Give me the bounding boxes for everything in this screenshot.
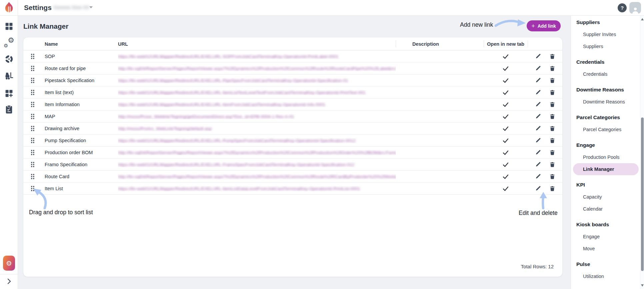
tasks-clipboard-icon[interactable] bbox=[4, 104, 14, 114]
drag-handle-icon[interactable] bbox=[23, 89, 42, 95]
edit-icon[interactable] bbox=[535, 77, 541, 83]
link-name: Route card for pipe bbox=[42, 66, 118, 71]
page-title: Settings bbox=[24, 4, 52, 12]
settings-nav-section: Suppliers Supplier Invites Suppliers bbox=[576, 18, 637, 52]
table-row: Pipestack Specification https://fin-web0… bbox=[23, 74, 562, 86]
drag-handle-icon[interactable] bbox=[23, 77, 42, 83]
delete-icon[interactable] bbox=[549, 65, 555, 71]
checkmark-icon bbox=[503, 126, 509, 131]
delete-icon[interactable] bbox=[549, 162, 555, 168]
propeller-icon[interactable] bbox=[4, 54, 14, 64]
table-row: SOP https://fin-web01/URLMapper/Redirect… bbox=[23, 50, 562, 62]
person-icon bbox=[632, 7, 639, 14]
scrollbar-up-arrow-icon[interactable] bbox=[641, 18, 644, 20]
checkmark-icon bbox=[503, 78, 509, 83]
edit-icon[interactable] bbox=[535, 174, 541, 180]
drag-handle-icon[interactable] bbox=[23, 101, 42, 107]
edit-icon[interactable] bbox=[535, 186, 541, 192]
link-name: Route Card bbox=[42, 174, 118, 179]
open-in-new-tab-check bbox=[484, 162, 528, 167]
drag-handle-icon[interactable] bbox=[23, 113, 42, 119]
link-url-blurred: https://fin-web01/URLMapper/RedirectURL/… bbox=[118, 138, 396, 143]
link-name: Item List bbox=[42, 186, 118, 191]
settings-nav-item-suppliers[interactable]: Suppliers bbox=[573, 40, 639, 52]
table-row: Item List https://fin-web01/URLMapper/Re… bbox=[23, 183, 562, 195]
drag-handle-icon[interactable] bbox=[23, 125, 42, 131]
settings-nav-section: Kiosk boards Engage Move bbox=[576, 221, 637, 255]
delete-icon[interactable] bbox=[549, 150, 555, 156]
boards-add-icon[interactable] bbox=[4, 88, 14, 98]
organization-name-blurred[interactable]: Xxxxxxx Xxxx XX bbox=[53, 5, 89, 10]
link-url-blurred: https://fin-web01/URLMapper/RedirectURL/… bbox=[118, 78, 396, 83]
delete-icon[interactable] bbox=[549, 125, 555, 131]
forklift-icon[interactable] bbox=[4, 71, 14, 81]
checkmark-icon bbox=[503, 102, 509, 107]
settings-nav-item-credentials[interactable]: Credentials bbox=[573, 68, 639, 80]
delete-icon[interactable] bbox=[549, 77, 555, 83]
edit-icon[interactable] bbox=[535, 125, 541, 131]
top-bar: Settings Xxxxxxx Xxxx XX ? bbox=[0, 0, 644, 16]
edit-icon[interactable] bbox=[535, 101, 541, 107]
settings-nav-section: KPI Capacity Calendar bbox=[576, 181, 637, 215]
delete-icon[interactable] bbox=[549, 89, 555, 95]
drag-handle-icon[interactable] bbox=[23, 53, 42, 59]
delete-icon[interactable] bbox=[549, 101, 555, 107]
link-url-blurred: http://moss/Prosn_Weblink/Tegning/getDoc… bbox=[118, 114, 396, 119]
link-url-blurred: http://fin-sql04/ReportServer/Pages/Repo… bbox=[118, 66, 396, 71]
open-in-new-tab-check bbox=[484, 174, 528, 179]
settings-nav-section-title: KPI bbox=[576, 181, 637, 189]
link-name: Pipestack Specification bbox=[42, 78, 118, 83]
scrollbar-thumb[interactable] bbox=[641, 117, 644, 271]
total-rows-label: Total Rows: 12 bbox=[521, 264, 554, 269]
settings-nav-item-engage[interactable]: Engage bbox=[573, 231, 639, 243]
dashboard-grid-icon[interactable] bbox=[4, 21, 14, 31]
machines-gears-icon[interactable]: ⚙ ⚙ bbox=[4, 38, 14, 48]
open-in-new-tab-check bbox=[484, 90, 528, 95]
open-in-new-tab-check bbox=[484, 126, 528, 131]
drag-handle-icon[interactable] bbox=[23, 137, 42, 143]
help-icon[interactable]: ? bbox=[618, 3, 627, 12]
expand-chevron-icon[interactable] bbox=[5, 277, 13, 285]
delete-icon[interactable] bbox=[549, 53, 555, 59]
delete-icon[interactable] bbox=[549, 113, 555, 119]
settings-nav-item-calendar[interactable]: Calendar bbox=[573, 203, 639, 215]
scrollbar-down-arrow-icon[interactable] bbox=[641, 284, 644, 287]
edit-icon[interactable] bbox=[535, 53, 541, 59]
drag-handle-icon[interactable] bbox=[23, 150, 42, 156]
edit-icon[interactable] bbox=[535, 137, 541, 143]
settings-nav-item-supplier-invites[interactable]: Supplier Invites bbox=[573, 28, 639, 40]
drag-handle-icon[interactable] bbox=[23, 162, 42, 168]
settings-nav-item-parcel-categories[interactable]: Parcel Categories bbox=[573, 123, 639, 135]
edit-icon[interactable] bbox=[535, 162, 541, 168]
drag-handle-icon[interactable] bbox=[23, 65, 42, 71]
edit-icon[interactable] bbox=[535, 65, 541, 71]
edit-icon[interactable] bbox=[535, 113, 541, 119]
vertical-scrollbar bbox=[640, 16, 644, 289]
link-url-blurred: http://moss/ProArc_WebLink/Tegning/defau… bbox=[118, 126, 396, 131]
settings-nav-item-capacity[interactable]: Capacity bbox=[573, 191, 639, 203]
settings-nav-item-move[interactable]: Move bbox=[573, 243, 639, 255]
edit-icon[interactable] bbox=[535, 150, 541, 156]
user-avatar[interactable] bbox=[629, 2, 641, 14]
settings-nav-item-production-pools[interactable]: Production Pools bbox=[573, 151, 639, 163]
app-logo[interactable] bbox=[0, 0, 18, 16]
settings-nav-item-link-manager[interactable]: Link Manager bbox=[573, 163, 639, 175]
drag-handle-icon[interactable] bbox=[23, 174, 42, 180]
org-dropdown-caret-icon[interactable] bbox=[89, 6, 93, 8]
settings-nav-section-title: Pulse bbox=[576, 260, 637, 268]
delete-icon[interactable] bbox=[549, 137, 555, 143]
settings-gear-button[interactable]: ⚙ bbox=[3, 256, 15, 271]
checkmark-icon bbox=[503, 66, 509, 71]
settings-nav-section-title: Suppliers bbox=[576, 18, 637, 26]
settings-nav-section: Parcel Categories Parcel Categories bbox=[576, 113, 637, 135]
delete-icon[interactable] bbox=[549, 174, 555, 180]
settings-nav-item-downtime-reasons[interactable]: Downtime Reasons bbox=[573, 96, 639, 108]
checkmark-icon bbox=[503, 162, 509, 167]
edit-icon[interactable] bbox=[535, 89, 541, 95]
delete-icon[interactable] bbox=[549, 186, 555, 192]
settings-nav-section-title: Parcel Categories bbox=[576, 113, 637, 121]
link-name: Production order BOM bbox=[42, 150, 118, 155]
settings-nav-item-utilization[interactable]: Utilization bbox=[573, 270, 639, 282]
table-body: SOP https://fin-web01/URLMapper/Redirect… bbox=[23, 50, 562, 195]
add-link-button[interactable]: + Add link bbox=[527, 20, 561, 31]
